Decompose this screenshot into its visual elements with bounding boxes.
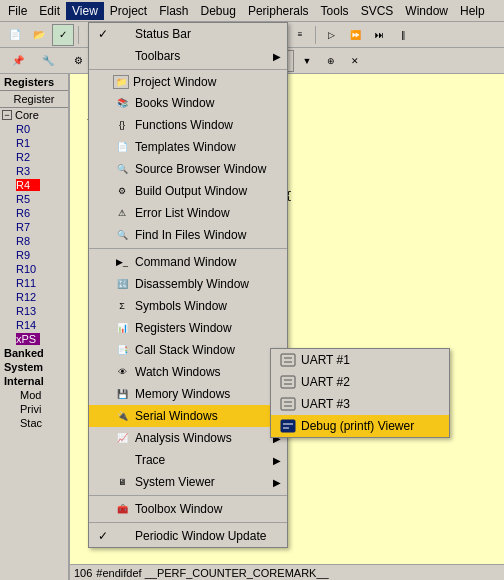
menu-analysis-windows[interactable]: 📈 Analysis Windows ▶: [89, 427, 287, 449]
debug-viewer-icon: [279, 418, 297, 434]
view-menu-dropdown: ✓ Status Bar Toolbars ▶ 📁 Project Window…: [88, 22, 288, 548]
menu-disassembly-window[interactable]: 🔣 Disassembly Window: [89, 273, 287, 295]
toolbar2-btn10[interactable]: ⊕: [320, 50, 342, 72]
debug-viewer-label: Debug (printf) Viewer: [301, 419, 414, 433]
command-window-label: Command Window: [135, 255, 281, 269]
books-window-icon: 📚: [113, 95, 131, 111]
register-r5: R5: [0, 192, 68, 206]
registers-title: Registers: [0, 74, 68, 91]
svg-rect-6: [281, 398, 295, 410]
register-r9: R9: [0, 248, 68, 262]
core-header[interactable]: − Core: [0, 108, 68, 122]
menu-watch-windows[interactable]: 👁 Watch Windows ▶: [89, 361, 287, 383]
system-viewer-arrow-icon: ▶: [273, 477, 281, 488]
menu-peripherals[interactable]: Peripherals: [242, 2, 315, 20]
menu-tools[interactable]: Tools: [315, 2, 355, 20]
register-r12: R12: [0, 290, 68, 304]
toolbar-sep-1: [78, 26, 79, 44]
menu-status-bar[interactable]: ✓ Status Bar: [89, 23, 287, 45]
menu-memory-windows[interactable]: 💾 Memory Windows ▶: [89, 383, 287, 405]
command-window-icon: ▶_: [113, 254, 131, 270]
menu-flash[interactable]: Flash: [153, 2, 194, 20]
system-viewer-icon: 🖥: [113, 474, 131, 490]
register-r0: R0: [0, 122, 68, 136]
menu-error-list-window[interactable]: ⚠ Error List Window: [89, 202, 287, 224]
menu-templates-window[interactable]: 📄 Templates Window: [89, 136, 287, 158]
uart3-icon: [279, 396, 297, 412]
menu-build-output-window[interactable]: ⚙ Build Output Window: [89, 180, 287, 202]
register-r7: R7: [0, 220, 68, 234]
symbols-window-label: Symbols Window: [135, 299, 281, 313]
menu-svcs[interactable]: SVCS: [355, 2, 400, 20]
submenu-uart2[interactable]: UART #2: [271, 371, 449, 393]
uart2-icon: [279, 374, 297, 390]
serial-windows-label: Serial Windows: [135, 409, 265, 423]
toolbar-btn-extra4[interactable]: ≡: [289, 24, 311, 46]
menu-toolbars[interactable]: Toolbars ▶: [89, 45, 287, 67]
menu-sep-4: [89, 522, 287, 523]
register-tab[interactable]: Register: [0, 91, 68, 108]
menu-sep-1: [89, 69, 287, 70]
menu-registers-window[interactable]: 📊 Registers Window: [89, 317, 287, 339]
register-r1: R1: [0, 136, 68, 150]
toolbar2-btn9[interactable]: ▼: [296, 50, 318, 72]
core-label: Core: [15, 109, 39, 121]
menu-window[interactable]: Window: [399, 2, 454, 20]
menu-functions-window[interactable]: {} Functions Window: [89, 114, 287, 136]
menu-call-stack-window[interactable]: 📑 Call Stack Window: [89, 339, 287, 361]
toolbar2-btn2[interactable]: 🔧: [34, 50, 62, 72]
functions-window-icon: {}: [113, 117, 131, 133]
menu-trace[interactable]: Trace ▶: [89, 449, 287, 471]
build-output-icon: ⚙: [113, 183, 131, 199]
submenu-debug-viewer[interactable]: Debug (printf) Viewer: [271, 415, 449, 437]
periodic-check-icon: ✓: [95, 529, 111, 543]
templates-window-icon: 📄: [113, 139, 131, 155]
menu-periodic-update[interactable]: ✓ Periodic Window Update: [89, 525, 287, 547]
menu-file[interactable]: File: [2, 2, 33, 20]
menu-serial-windows[interactable]: 🔌 Serial Windows ▶: [89, 405, 287, 427]
section-system: System: [0, 360, 68, 374]
svg-rect-0: [281, 354, 295, 366]
register-r14: R14: [0, 318, 68, 332]
menu-books-window[interactable]: 📚 Books Window: [89, 92, 287, 114]
menu-debug[interactable]: Debug: [195, 2, 242, 20]
toolbar-btn-r3[interactable]: ⏭: [368, 24, 390, 46]
menu-system-viewer[interactable]: 🖥 System Viewer ▶: [89, 471, 287, 493]
toolbar-new[interactable]: 📄: [4, 24, 26, 46]
menu-view[interactable]: View: [66, 2, 104, 20]
status-bar-label: Status Bar: [135, 27, 281, 41]
menu-find-in-files-window[interactable]: 🔍 Find In Files Window: [89, 224, 287, 246]
menu-edit[interactable]: Edit: [33, 2, 66, 20]
find-files-icon: 🔍: [113, 227, 131, 243]
uart1-icon: [279, 352, 297, 368]
submenu-uart3[interactable]: UART #3: [271, 393, 449, 415]
menu-help[interactable]: Help: [454, 2, 491, 20]
symbols-window-icon: Σ: [113, 298, 131, 314]
toolbar-btn-r1[interactable]: ▷: [320, 24, 342, 46]
menu-project-window[interactable]: 📁 Project Window: [89, 72, 287, 92]
project-window-icon: 📁: [113, 75, 129, 89]
submenu-uart1[interactable]: UART #1: [271, 349, 449, 371]
uart3-label: UART #3: [301, 397, 350, 411]
registers-window-icon: 📊: [113, 320, 131, 336]
toolbar-btn-r2[interactable]: ⏩: [344, 24, 366, 46]
menu-command-window[interactable]: ▶_ Command Window: [89, 251, 287, 273]
menu-sep-2: [89, 248, 287, 249]
error-list-window-label: Error List Window: [135, 206, 281, 220]
sub-stac: Stac: [0, 416, 68, 430]
svg-rect-9: [281, 420, 295, 432]
menu-toolbox-window[interactable]: 🧰 Toolbox Window: [89, 498, 287, 520]
menu-symbols-window[interactable]: Σ Symbols Window: [89, 295, 287, 317]
toolbar-btn-r4[interactable]: ‖: [392, 24, 414, 46]
functions-window-label: Functions Window: [135, 118, 281, 132]
toolbar-save-check[interactable]: ✓: [52, 24, 74, 46]
toolbar-open[interactable]: 📂: [28, 24, 50, 46]
toolbars-arrow-icon: ▶: [273, 51, 281, 62]
toolbar2-btn1[interactable]: 📌: [4, 50, 32, 72]
core-expand-icon[interactable]: −: [2, 110, 12, 120]
register-xps: xPS: [0, 332, 68, 346]
menu-bar: File Edit View Project Flash Debug Perip…: [0, 0, 504, 22]
menu-source-browser-window[interactable]: 🔍 Source Browser Window: [89, 158, 287, 180]
toolbar2-btn11[interactable]: ✕: [344, 50, 366, 72]
menu-project[interactable]: Project: [104, 2, 153, 20]
